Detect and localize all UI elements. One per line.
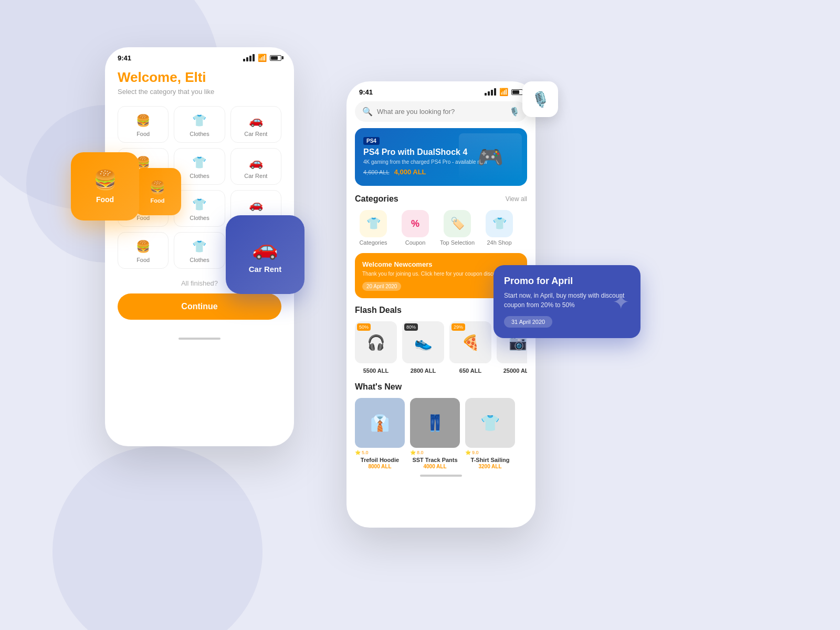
- signal-icon-2: [485, 88, 496, 96]
- search-input[interactable]: [377, 108, 505, 116]
- chip-24h-shop[interactable]: 👕 24h Shop: [481, 210, 518, 246]
- mic-icon-small: 🎙️: [509, 107, 520, 117]
- cat-clothes-4[interactable]: 👕 Clothes: [174, 232, 225, 269]
- food-icon-1: 🍔: [136, 114, 150, 128]
- new-card-tshirt[interactable]: 👕 ⭐ 9.0 T-Shirt Sailing 3200 ALL: [465, 398, 515, 469]
- bg-decoration-2: [52, 446, 262, 630]
- deal-headphones[interactable]: 50% 🎧 5500 ALL: [355, 321, 397, 375]
- new-price: 4,000 ALL: [394, 168, 426, 176]
- battery-icon-2: [511, 89, 523, 95]
- float-food-icon-big: 🍔: [93, 169, 117, 191]
- carrent-icon-1: 🚗: [249, 114, 263, 128]
- categories-header: Categories View all: [355, 194, 527, 204]
- promo-overlay-title: Promo for April: [504, 276, 630, 287]
- float-carrent-icon: 🚗: [252, 236, 278, 260]
- clothes-label-3: Clothes: [190, 215, 209, 221]
- food-label-3: Food: [136, 215, 150, 221]
- rating-tshirt: ⭐ 9.0: [465, 450, 515, 455]
- deal-badge-80: 80%: [404, 323, 418, 331]
- food-label-4: Food: [136, 257, 150, 263]
- user-name: Elti: [185, 69, 206, 85]
- clothes-label-1: Clothes: [190, 131, 209, 137]
- status-icons-2: 📶: [485, 88, 523, 96]
- whats-new-row: 👔 ⭐ 5.0 Trefoil Hoodie 8000 ALL 👖 ⭐ 8.0 …: [355, 398, 527, 469]
- promo-overlay-date: 31 April 2020: [504, 316, 552, 328]
- float-food-card-big[interactable]: 🍔 Food: [71, 152, 139, 220]
- new-card-pants[interactable]: 👖 ⭐ 8.0 SST Track Pants 4000 ALL: [410, 398, 460, 469]
- new-card-hoodie[interactable]: 👔 ⭐ 5.0 Trefoil Hoodie 8000 ALL: [355, 398, 405, 469]
- chip-categories[interactable]: 👕 Categories: [355, 210, 392, 246]
- cat-food-4[interactable]: 🍔 Food: [118, 232, 169, 269]
- promo-april-overlay[interactable]: Promo for April Start now, in April, buy…: [494, 265, 640, 338]
- home-indicator-2: [420, 475, 462, 477]
- status-bar-2: 9:41 📶: [346, 81, 536, 98]
- welcome-heading: Welcome, Elti: [118, 69, 281, 86]
- chip-top-selection-icon: 🏷️: [444, 210, 471, 237]
- home-indicator-1: [178, 338, 220, 340]
- name-hoodie: Trefoil Hoodie: [355, 456, 405, 464]
- status-bar-1: 9:41 📶: [105, 47, 294, 64]
- deal-img-shoes: 80% 👟: [402, 321, 444, 363]
- continue-button[interactable]: Continue: [118, 293, 281, 320]
- float-food-icon-small: 🍔: [150, 180, 165, 195]
- status-time-2: 9:41: [359, 88, 373, 96]
- voice-button[interactable]: 🎙️: [522, 81, 558, 117]
- deal-pizza[interactable]: 29% 🍕 650 ALL: [449, 321, 491, 375]
- search-bar[interactable]: 🔍 🎙️: [355, 101, 527, 122]
- cat-carrent-1[interactable]: 🚗 Car Rent: [230, 106, 281, 143]
- categories-title: Categories: [355, 194, 398, 204]
- signal-icon: [243, 54, 255, 61]
- chip-categories-label: Categories: [359, 239, 387, 246]
- chip-top-selection-label: Top Selection: [440, 239, 475, 246]
- float-food-label-big: Food: [96, 195, 114, 204]
- welcome-subtitle: Select the category that you like: [118, 88, 281, 96]
- float-food-card-small[interactable]: 🍔 Food: [134, 168, 181, 215]
- clothes-icon-2: 👕: [192, 156, 206, 170]
- promo-star-decoration: ✦: [612, 290, 630, 314]
- clothes-icon-3: 👕: [192, 198, 206, 212]
- chip-top-selection[interactable]: 🏷️ Top Selection: [439, 210, 476, 246]
- whats-new-title: What's New: [355, 382, 402, 392]
- promo-orange-title: Welcome Newcomers: [362, 260, 520, 268]
- float-carrent-card[interactable]: 🚗 Car Rent: [226, 215, 304, 294]
- deal-img-headphones: 50% 🎧: [355, 321, 397, 363]
- mic-icon-large: 🎙️: [531, 91, 550, 108]
- chip-coupon-icon: %: [402, 210, 429, 237]
- ps-logo: PS4: [363, 137, 380, 145]
- float-carrent-label: Car Rent: [249, 265, 282, 274]
- chip-24h-label: 24h Shop: [487, 239, 511, 246]
- whats-new-header: What's New: [355, 382, 527, 392]
- view-all-categories[interactable]: View all: [506, 195, 527, 203]
- cat-clothes-3[interactable]: 👕 Clothes: [174, 190, 225, 227]
- carrent-label-1: Car Rent: [244, 131, 267, 137]
- cat-carrent-2[interactable]: 🚗 Car Rent: [230, 148, 281, 185]
- flash-deals-title: Flash Deals: [355, 306, 402, 315]
- promo-banner[interactable]: PS4 PS4 Pro with DualShock 4 4K gaming f…: [355, 128, 527, 186]
- clothes-label-4: Clothes: [190, 257, 209, 263]
- deal-price-headphones: 5500 ALL: [363, 368, 389, 374]
- promo-overlay-desc: Start now, in April, buy mostly with dis…: [504, 291, 630, 310]
- status-icons-1: 📶: [243, 54, 281, 62]
- chip-categories-icon: 👕: [360, 210, 387, 237]
- name-tshirt: T-Shirt Sailing: [465, 456, 515, 464]
- deal-price-camera: 25000 ALL: [503, 368, 527, 374]
- deal-shoes[interactable]: 80% 👟 2800 ALL: [402, 321, 444, 375]
- food-label-1: Food: [136, 131, 150, 137]
- cat-food-1[interactable]: 🍔 Food: [118, 106, 169, 143]
- old-price: 4,600 ALL: [363, 169, 390, 175]
- deal-img-pizza: 29% 🍕: [449, 321, 491, 363]
- deal-badge-50: 50%: [357, 323, 371, 331]
- status-time-1: 9:41: [118, 54, 131, 62]
- deal-price-shoes: 2800 ALL: [411, 368, 436, 374]
- clothes-icon-4: 👕: [192, 240, 206, 254]
- search-icon: 🔍: [362, 107, 373, 117]
- cat-clothes-1[interactable]: 👕 Clothes: [174, 106, 225, 143]
- battery-icon: [270, 55, 281, 61]
- deal-price-pizza: 650 ALL: [459, 368, 481, 374]
- rating-pants: ⭐ 8.0: [410, 450, 460, 455]
- price-hoodie: 8000 ALL: [355, 464, 405, 469]
- rating-hoodie: ⭐ 5.0: [355, 450, 405, 455]
- new-img-hoodie: 👔: [355, 398, 405, 448]
- cat-clothes-2[interactable]: 👕 Clothes: [174, 148, 225, 185]
- chip-coupon[interactable]: % Coupon: [397, 210, 434, 246]
